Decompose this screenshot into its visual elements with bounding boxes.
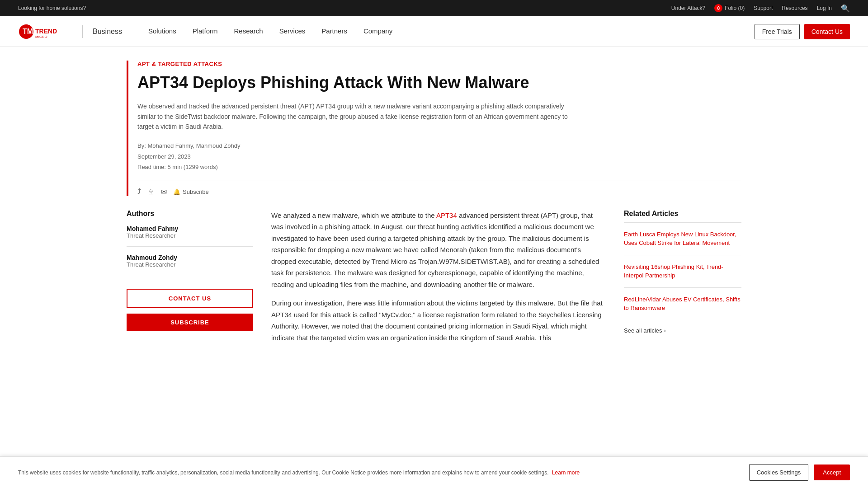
email-icon: ✉ bbox=[161, 188, 167, 196]
home-solutions-text: Looking for home solutions? bbox=[18, 5, 86, 11]
subscribe-toolbar-button[interactable]: 🔔 Subscribe bbox=[173, 188, 209, 195]
share-icon: ⤴ bbox=[137, 188, 141, 196]
support-link[interactable]: Support bbox=[754, 5, 773, 11]
authors-section: Authors Mohamed Fahmy Threat Researcher … bbox=[127, 210, 253, 275]
nav-services[interactable]: Services bbox=[271, 16, 314, 47]
folio-badge: 0 bbox=[714, 4, 722, 12]
log-in-link[interactable]: Log In bbox=[817, 5, 832, 11]
author-2-role: Threat Researcher bbox=[127, 261, 253, 268]
print-button[interactable]: 🖨 bbox=[147, 188, 155, 196]
resources-link[interactable]: Resources bbox=[782, 5, 807, 11]
main-article-content: We analyzed a new malware, which we attr… bbox=[271, 210, 606, 351]
svg-text:MICRO: MICRO bbox=[35, 35, 47, 39]
subscribe-sidebar-button[interactable]: SUBSCRIBE bbox=[127, 314, 253, 331]
related-link-3[interactable]: RedLine/Vidar Abuses EV Certificates, Sh… bbox=[624, 296, 741, 312]
related-articles-heading: Related Articles bbox=[624, 210, 741, 223]
nav-company[interactable]: Company bbox=[355, 16, 401, 47]
search-icon-button[interactable]: 🔍 bbox=[841, 4, 850, 13]
related-link-1[interactable]: Earth Lusca Employs New Linux Backdoor, … bbox=[624, 231, 736, 247]
top-bar-right: Under Attack? 0 Folio (0) Support Resour… bbox=[671, 4, 850, 13]
article-description: We observed and tracked the advanced per… bbox=[137, 101, 580, 131]
see-all-label: See all articles bbox=[624, 327, 662, 334]
logo-divider bbox=[82, 25, 83, 38]
under-attack-link[interactable]: Under Attack? bbox=[671, 5, 705, 11]
article-read-time: Read time: 5 min (1299 words) bbox=[137, 162, 741, 172]
bell-icon: 🔔 bbox=[173, 188, 180, 195]
article-text: We analyzed a new malware, which we attr… bbox=[271, 210, 606, 344]
article-authors: By: Mohamed Fahmy, Mahmoud Zohdy bbox=[137, 141, 741, 151]
nav-research[interactable]: Research bbox=[226, 16, 271, 47]
chevron-right-icon: › bbox=[664, 327, 666, 334]
apt34-link[interactable]: APT34 bbox=[436, 211, 457, 219]
article-toolbar: ⤴ 🖨 ✉ 🔔 Subscribe bbox=[137, 180, 741, 196]
article-meta: By: Mohamed Fahmy, Mahmoud Zohdy Septemb… bbox=[137, 141, 741, 172]
related-article-1: Earth Lusca Employs New Linux Backdoor, … bbox=[624, 230, 741, 255]
nav-solutions[interactable]: Solutions bbox=[140, 16, 184, 47]
author-1-name: Mohamed Fahmy bbox=[127, 225, 253, 232]
logo-business-text: Business bbox=[93, 28, 122, 36]
authors-sidebar: Authors Mohamed Fahmy Threat Researcher … bbox=[127, 210, 253, 351]
nav-partners[interactable]: Partners bbox=[313, 16, 355, 47]
article-title: APT34 Deploys Phishing Attack With New M… bbox=[137, 73, 741, 92]
category-label: APT & Targeted Attacks bbox=[137, 61, 741, 67]
free-trials-button[interactable]: Free Trials bbox=[755, 24, 800, 39]
authors-names: Mohamed Fahmy, Mahmoud Zohdy bbox=[147, 142, 240, 149]
article-body: Authors Mohamed Fahmy Threat Researcher … bbox=[127, 210, 741, 351]
svg-text:TREND: TREND bbox=[35, 28, 57, 35]
print-icon: 🖨 bbox=[147, 188, 155, 196]
email-button[interactable]: ✉ bbox=[161, 188, 167, 196]
main-navigation: TM TREND MICRO Business Solutions Platfo… bbox=[0, 16, 868, 47]
logo-area[interactable]: TM TREND MICRO Business bbox=[18, 23, 122, 40]
content-wrapper: APT & Targeted Attacks APT34 Deploys Phi… bbox=[108, 47, 760, 351]
related-articles: Related Articles Earth Lusca Employs New… bbox=[624, 210, 741, 351]
author-1-role: Threat Researcher bbox=[127, 232, 253, 239]
author-2-name: Mahmoud Zohdy bbox=[127, 254, 253, 261]
authors-label: By: bbox=[137, 142, 146, 149]
author-1: Mohamed Fahmy Threat Researcher bbox=[127, 225, 253, 247]
related-link-2[interactable]: Revisiting 16shop Phishing Kit, Trend-In… bbox=[624, 263, 723, 279]
contact-us-sidebar-button[interactable]: CONTACT US bbox=[127, 289, 253, 308]
related-article-2: Revisiting 16shop Phishing Kit, Trend-In… bbox=[624, 263, 741, 288]
contact-us-nav-button[interactable]: Contact Us bbox=[804, 24, 850, 39]
authors-heading: Authors bbox=[127, 210, 253, 218]
share-button[interactable]: ⤴ bbox=[137, 188, 141, 196]
nav-links: Solutions Platform Research Services Par… bbox=[140, 16, 755, 47]
search-icon: 🔍 bbox=[841, 5, 850, 12]
related-article-3: RedLine/Vidar Abuses EV Certificates, Sh… bbox=[624, 295, 741, 320]
folio-label: Folio (0) bbox=[725, 5, 745, 11]
folio-item[interactable]: 0 Folio (0) bbox=[714, 4, 745, 12]
nav-platform[interactable]: Platform bbox=[184, 16, 226, 47]
subscribe-label: Subscribe bbox=[183, 188, 209, 195]
svg-text:TM: TM bbox=[23, 28, 33, 35]
paragraph-1: We analyzed a new malware, which we attr… bbox=[271, 210, 606, 291]
trend-micro-logo: TM TREND MICRO bbox=[18, 23, 72, 40]
author-2: Mahmoud Zohdy Threat Researcher bbox=[127, 254, 253, 275]
paragraph-2: During our investigation, there was litt… bbox=[271, 297, 606, 343]
article-date: September 29, 2023 bbox=[137, 151, 741, 162]
see-all-articles-link[interactable]: See all articles › bbox=[624, 327, 741, 334]
nav-cta: Free Trials Contact Us bbox=[755, 24, 850, 39]
article-header: APT & Targeted Attacks APT34 Deploys Phi… bbox=[127, 61, 741, 196]
top-bar: Looking for home solutions? Under Attack… bbox=[0, 0, 868, 16]
